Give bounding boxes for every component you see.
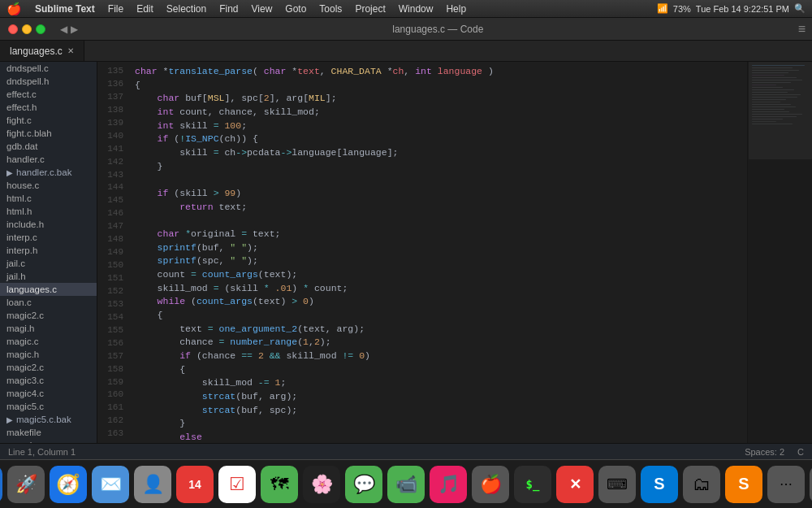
tab-languages-c[interactable]: languages.c ✕ bbox=[0, 41, 84, 61]
menu-find[interactable]: Find bbox=[213, 2, 244, 16]
dock-finder2[interactable]: 🗂 bbox=[683, 466, 720, 503]
dock-photos[interactable]: 🌸 bbox=[303, 466, 340, 503]
dock-appstore[interactable]: 🍎 bbox=[472, 466, 509, 503]
sidebar-item[interactable]: magic.h bbox=[0, 348, 97, 361]
menu-help[interactable]: Help bbox=[439, 2, 473, 16]
editor-body: dndspell.c dndspell.h effect.c effect.h … bbox=[0, 62, 812, 443]
dock-sublime[interactable]: S bbox=[725, 466, 762, 503]
dock: 🔵 🚀 🧭 ✉️ 👤 14 ☑ 🗺 🌸 💬 📹 🎵 🍎 $_ ✕ ⌨ S 🗂 S… bbox=[0, 459, 812, 508]
sidebar-item[interactable]: handler.c bbox=[0, 153, 97, 166]
sidebar-item[interactable]: interp.h bbox=[0, 244, 97, 257]
dock-facetime[interactable]: 📹 bbox=[387, 466, 425, 503]
code-area: 135136137138139 140141142143144 14514614… bbox=[97, 62, 812, 443]
apple-menu[interactable]: 🍎 bbox=[0, 2, 28, 16]
sidebar-item[interactable]: magic5.c bbox=[0, 400, 97, 413]
sidebar-item[interactable]: dndspell.h bbox=[0, 75, 97, 88]
line-numbers: 135136137138139 140141142143144 14514614… bbox=[97, 62, 128, 443]
sidebar-item[interactable]: html.h bbox=[0, 205, 97, 218]
maximize-button[interactable] bbox=[36, 24, 45, 34]
sidebar-item[interactable]: include.h bbox=[0, 218, 97, 231]
tab-bar: languages.c ✕ bbox=[0, 41, 812, 62]
sidebar-item[interactable]: dndspell.c bbox=[0, 62, 97, 75]
dock-mail[interactable]: ✉️ bbox=[92, 466, 129, 503]
menu-window[interactable]: Window bbox=[392, 2, 440, 16]
cursor-position: Line 1, Column 1 bbox=[8, 447, 76, 457]
wifi-icon: 📶 bbox=[657, 3, 668, 14]
title-bar: ◀ ▶ languages.c — Code ≡ bbox=[0, 18, 812, 41]
code-content[interactable]: char *translate_parse( char *text, CHAR_… bbox=[128, 62, 747, 443]
dock-launchpad[interactable]: 🚀 bbox=[7, 466, 45, 503]
back-arrow[interactable]: ◀ bbox=[60, 24, 67, 35]
sidebar-item[interactable]: loan.c bbox=[0, 296, 97, 309]
menu-file[interactable]: File bbox=[102, 2, 130, 16]
dock-reminders[interactable]: ☑ bbox=[218, 466, 256, 503]
window-controls bbox=[0, 24, 54, 34]
menu-view[interactable]: View bbox=[245, 2, 279, 16]
dock-calendar[interactable]: 14 bbox=[176, 466, 214, 503]
sidebar-item[interactable]: magic2.c bbox=[0, 361, 97, 374]
minimap bbox=[747, 62, 812, 443]
sidebar-item[interactable]: effect.h bbox=[0, 101, 97, 114]
forward-arrow[interactable]: ▶ bbox=[71, 24, 78, 35]
sidebar-item[interactable]: jail.h bbox=[0, 270, 97, 283]
dock-finder[interactable]: 🔵 bbox=[0, 466, 2, 503]
editor-window: ◀ ▶ languages.c — Code ≡ languages.c ✕ d… bbox=[0, 18, 812, 459]
search-icon[interactable]: 🔍 bbox=[794, 3, 806, 14]
status-bar: Line 1, Column 1 Spaces: 2 C bbox=[0, 443, 812, 459]
settings-icon[interactable]: ≡ bbox=[792, 22, 812, 37]
dock-safari[interactable]: 🧭 bbox=[50, 466, 87, 503]
sidebar-item[interactable]: interp.c bbox=[0, 231, 97, 244]
menu-selection[interactable]: Selection bbox=[160, 2, 213, 16]
sidebar-item[interactable]: makefile bbox=[0, 426, 97, 439]
menu-edit[interactable]: Edit bbox=[130, 2, 160, 16]
sidebar-item[interactable]: jail.c bbox=[0, 257, 97, 270]
menu-sublime-text[interactable]: Sublime Text bbox=[28, 2, 102, 16]
menu-bar: 🍎 Sublime Text File Edit Selection Find … bbox=[0, 0, 812, 18]
clock: Tue Feb 14 9:22:51 PM bbox=[696, 4, 789, 14]
sidebar-item[interactable]: html.c bbox=[0, 192, 97, 205]
sidebar-item[interactable]: magi.h bbox=[0, 322, 97, 335]
tab-close-button[interactable]: ✕ bbox=[67, 46, 74, 55]
sidebar-item[interactable]: gdb.dat bbox=[0, 140, 97, 153]
sidebar-item[interactable]: house.c bbox=[0, 179, 97, 192]
battery-icon: 73% bbox=[673, 4, 691, 14]
dock-music[interactable]: 🎵 bbox=[430, 466, 467, 503]
dock-apps[interactable]: ⋯ bbox=[767, 466, 805, 503]
dock-terminal[interactable]: $_ bbox=[514, 466, 551, 503]
sidebar-item[interactable]: ▶handler.c.bak bbox=[0, 166, 97, 179]
dock-contacts[interactable]: 👤 bbox=[134, 466, 171, 503]
dock-maps[interactable]: 🗺 bbox=[261, 466, 298, 503]
close-button[interactable] bbox=[8, 24, 18, 34]
sidebar-item[interactable]: fight.c.blah bbox=[0, 127, 97, 140]
dock-agent[interactable]: ✕ bbox=[556, 466, 594, 503]
sidebar-item[interactable]: fight.c bbox=[0, 114, 97, 127]
dock-messages[interactable]: 💬 bbox=[345, 466, 382, 503]
sidebar-item[interactable]: magic3.c bbox=[0, 374, 97, 387]
sidebar-item[interactable]: ▶magic5.c.bak bbox=[0, 413, 97, 426]
minimize-button[interactable] bbox=[22, 24, 32, 34]
sidebar-item[interactable]: effect.c bbox=[0, 88, 97, 101]
window-title: languages.c — Code bbox=[84, 24, 792, 35]
sidebar-item[interactable]: magic2.c bbox=[0, 309, 97, 322]
sidebar-item-languages-c[interactable]: languages.c bbox=[0, 283, 97, 296]
dock-skype[interactable]: S bbox=[641, 466, 678, 503]
dock-keyboard[interactable]: ⌨ bbox=[598, 466, 636, 503]
sidebar-item[interactable]: magic.c bbox=[0, 335, 97, 348]
sidebar-item[interactable]: magic4.c bbox=[0, 387, 97, 400]
spaces-setting[interactable]: Spaces: 2 bbox=[745, 447, 784, 457]
tab-label: languages.c bbox=[10, 46, 63, 57]
minimap-visual bbox=[748, 62, 812, 443]
menu-goto[interactable]: Goto bbox=[279, 2, 313, 16]
menu-project[interactable]: Project bbox=[348, 2, 391, 16]
file-sidebar: dndspell.c dndspell.h effect.c effect.h … bbox=[0, 62, 97, 443]
language-indicator[interactable]: C bbox=[797, 447, 804, 457]
menu-tools[interactable]: Tools bbox=[313, 2, 348, 16]
